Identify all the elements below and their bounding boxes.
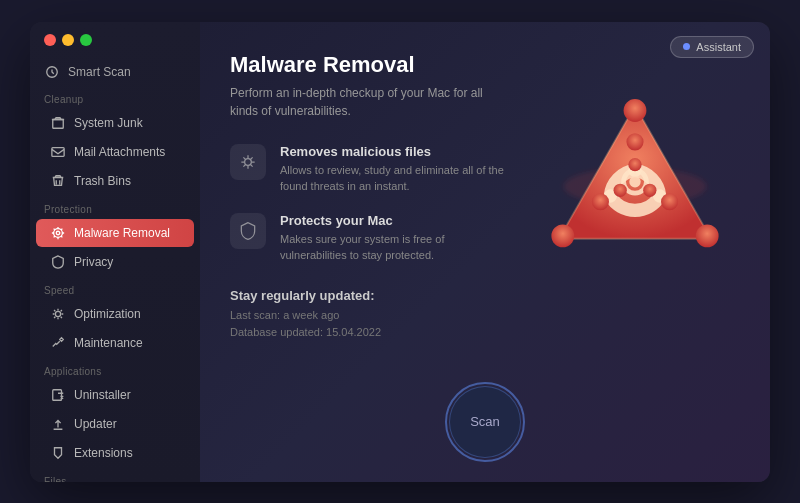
protects-mac-icon-wrap [230, 213, 266, 249]
svg-point-16 [696, 224, 719, 247]
section-label-cleanup: Cleanup [30, 86, 200, 108]
feature-removes-text: Removes malicious files Allows to review… [280, 144, 510, 195]
maintenance-icon [50, 335, 66, 351]
main-content: Assistant Malware Removal Perform an in-… [200, 22, 770, 482]
sidebar-item-optimization[interactable]: Optimization [36, 300, 194, 328]
updater-label: Updater [74, 417, 117, 431]
maximize-button[interactable] [80, 34, 92, 46]
scan-button[interactable]: Scan [445, 382, 525, 462]
sidebar-item-trash-bins[interactable]: Trash Bins [36, 167, 194, 195]
svg-point-5 [55, 311, 60, 316]
malware-icon [50, 225, 66, 241]
assistant-button[interactable]: Assistant [670, 36, 754, 58]
optimization-label: Optimization [74, 307, 141, 321]
app-window: Smart Scan Cleanup System Junk [30, 22, 770, 482]
window-controls [30, 34, 200, 58]
optimization-icon [50, 306, 66, 322]
section-label-protection: Protection [30, 196, 200, 218]
sidebar-item-updater[interactable]: Updater [36, 410, 194, 438]
minimize-button[interactable] [62, 34, 74, 46]
svg-rect-6 [53, 389, 62, 400]
smart-scan-label: Smart Scan [68, 65, 131, 79]
section-label-speed: Speed [30, 277, 200, 299]
sidebar-section-files: Files Space Lens Large & Old Fi [30, 468, 200, 482]
trash-bins-label: Trash Bins [74, 174, 131, 188]
extensions-label: Extensions [74, 446, 133, 460]
stay-updated-section: Stay regularly updated: Last scan: a wee… [230, 288, 740, 342]
smart-scan-icon [44, 64, 60, 80]
scan-button-label: Scan [470, 414, 500, 429]
uninstaller-icon [50, 387, 66, 403]
system-junk-label: System Junk [74, 116, 143, 130]
svg-point-19 [643, 183, 656, 196]
uninstaller-label: Uninstaller [74, 388, 131, 402]
maintenance-label: Maintenance [74, 336, 143, 350]
malware-removal-label: Malware Removal [74, 226, 170, 240]
biohazard-svg [540, 82, 730, 272]
sidebar-section-speed: Speed Optimization Maintenance [30, 277, 200, 358]
sidebar: Smart Scan Cleanup System Junk [30, 22, 200, 482]
biohazard-illustration [540, 82, 740, 282]
privacy-label: Privacy [74, 255, 113, 269]
trash-icon [50, 173, 66, 189]
page-subtitle: Perform an in-depth checkup of your Mac … [230, 84, 490, 120]
privacy-icon [50, 254, 66, 270]
mail-icon [50, 144, 66, 160]
svg-point-22 [661, 193, 678, 210]
scan-button-wrap: Scan [445, 382, 525, 462]
sidebar-section-applications: Applications Uninstaller [30, 358, 200, 468]
updater-icon [50, 416, 66, 432]
shield-icon [238, 221, 258, 241]
assistant-dot [683, 43, 690, 50]
sidebar-item-uninstaller[interactable]: Uninstaller [36, 381, 194, 409]
db-updated-text: Database updated: 15.04.2022 [230, 324, 740, 342]
svg-point-21 [626, 133, 643, 150]
sidebar-item-maintenance[interactable]: Maintenance [36, 329, 194, 357]
stay-updated-title: Stay regularly updated: [230, 288, 740, 303]
removes-malicious-icon-wrap [230, 144, 266, 180]
feature-removes-desc: Allows to review, study and eliminate al… [280, 162, 510, 195]
feature-protects-text: Protects your Mac Makes sure your system… [280, 213, 510, 264]
svg-rect-2 [52, 147, 64, 156]
sidebar-item-privacy[interactable]: Privacy [36, 248, 194, 276]
close-button[interactable] [44, 34, 56, 46]
assistant-label: Assistant [696, 41, 741, 53]
svg-point-24 [629, 176, 640, 187]
svg-point-4 [56, 231, 60, 235]
sidebar-item-system-junk[interactable]: System Junk [36, 109, 194, 137]
sidebar-section-cleanup: Cleanup System Junk Mail Attach [30, 86, 200, 196]
section-label-applications: Applications [30, 358, 200, 380]
feature-removes-title: Removes malicious files [280, 144, 510, 159]
sidebar-item-extensions[interactable]: Extensions [36, 439, 194, 467]
mail-attachments-label: Mail Attachments [74, 145, 165, 159]
section-label-files: Files [30, 468, 200, 482]
sidebar-item-smart-scan[interactable]: Smart Scan [30, 58, 200, 86]
sidebar-item-malware-removal[interactable]: Malware Removal [36, 219, 194, 247]
svg-point-14 [624, 99, 647, 122]
svg-point-18 [628, 158, 641, 171]
svg-rect-1 [53, 119, 64, 128]
last-scan-text: Last scan: a week ago [230, 307, 740, 325]
svg-point-15 [551, 224, 574, 247]
sidebar-item-mail-attachments[interactable]: Mail Attachments [36, 138, 194, 166]
bug-icon [238, 152, 258, 172]
svg-point-20 [614, 183, 627, 196]
sidebar-section-protection: Protection Malware Removal Priv [30, 196, 200, 277]
feature-protects-desc: Makes sure your system is free of vulner… [280, 231, 510, 264]
svg-point-23 [592, 193, 609, 210]
system-junk-icon [50, 115, 66, 131]
extensions-icon [50, 445, 66, 461]
page-title: Malware Removal [230, 52, 740, 78]
feature-protects-title: Protects your Mac [280, 213, 510, 228]
